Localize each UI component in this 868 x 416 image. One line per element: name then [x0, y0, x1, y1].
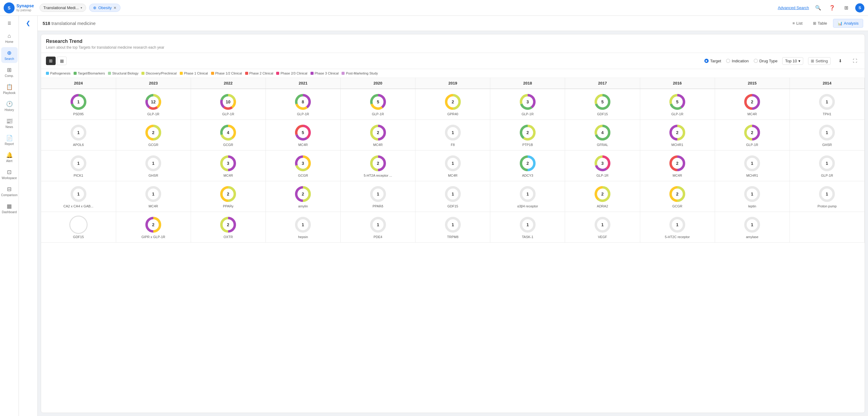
table-cell: 1APOL6 — [41, 120, 116, 151]
donut-wrap[interactable]: 1GHSR — [792, 124, 862, 147]
donut-wrap[interactable]: 5GLP-1R — [643, 93, 712, 116]
donut-wrap[interactable]: 1GDF15 — [418, 185, 488, 208]
donut-wrap[interactable]: 2PPARγ — [193, 185, 263, 208]
donut-wrap[interactable]: 2OXTR — [193, 216, 263, 239]
search-pill[interactable]: Translational Medi... ▾ — [39, 4, 86, 12]
donut-wrap[interactable]: 1α3β4 receptor — [493, 185, 562, 208]
sidebar-item-search[interactable]: ⊕ Search — [1, 47, 18, 63]
menu-toggle-icon[interactable]: ☰ — [5, 18, 14, 28]
donut-wrap[interactable]: 1GLP-1R — [792, 154, 862, 177]
sidebar-item-playbook[interactable]: 📋 Playbook — [1, 81, 18, 97]
table-cell: 1VEGF — [565, 212, 640, 243]
radio-indication[interactable]: Indication — [726, 59, 749, 63]
sidebar-item-news[interactable]: 📰 News — [1, 115, 18, 131]
donut-label: PSD95 — [73, 112, 84, 116]
donut-wrap[interactable]: 1PDE4 — [343, 216, 413, 239]
top-select[interactable]: Top 10 ▾ — [782, 57, 803, 65]
donut-wrap[interactable]: 2GCGR — [119, 124, 188, 147]
donut-wrap[interactable]: 3GLP-1R — [493, 93, 562, 116]
donut-wrap[interactable]: 1VEGF — [567, 216, 637, 239]
sidebar-item-dashboard[interactable]: ▦ Dashboard — [1, 200, 18, 216]
donut-wrap[interactable]: 2MCHR1 — [643, 124, 712, 147]
donut-label: 5-HT2A receptor ... — [364, 173, 392, 177]
donut-wrap[interactable]: 15-HT2C receptor — [643, 216, 712, 239]
table-cell: 25-HT2A receptor ... — [341, 151, 415, 181]
donut-wrap[interactable]: 1PSD95 — [43, 93, 114, 116]
donut-wrap[interactable]: 10GLP-1R — [193, 93, 263, 116]
donut-wrap[interactable]: 2GCGR — [643, 185, 712, 208]
sidebar-item-home[interactable]: ⌂ Home — [1, 30, 18, 46]
donut-wrap[interactable]: 3MC4R — [193, 154, 263, 177]
setting-btn[interactable]: ⊞ Setting — [808, 57, 831, 65]
donut-wrap[interactable]: 1GHSR — [119, 154, 188, 177]
donut-wrap[interactable]: 1TRPM8 — [418, 216, 488, 239]
avatar[interactable]: S — [855, 3, 864, 12]
donut-label: MCHR1 — [672, 143, 683, 147]
sidebar-item-comparison[interactable]: ⊟ Comparison — [1, 183, 18, 199]
donut-wrap[interactable]: 2GPR40 — [418, 93, 488, 116]
donut-wrap[interactable]: 5MC4R — [268, 124, 338, 147]
help-icon[interactable]: ❓ — [827, 3, 837, 13]
donut-chart: 4 — [593, 124, 612, 142]
donut-wrap[interactable]: 1F8 — [418, 124, 488, 147]
sidebar-item-report[interactable]: 📄 Report — [1, 132, 18, 148]
donut-wrap[interactable]: 12GLP-1R — [119, 93, 188, 116]
donut-wrap[interactable]: 1amylase — [717, 216, 787, 239]
donut-wrap[interactable]: 8GLP-1R — [268, 93, 338, 116]
donut-wrap[interactable]: 3GCGR — [268, 154, 338, 177]
fullscreen-icon[interactable]: ⛶ — [850, 56, 860, 66]
donut-wrap[interactable]: 4GCGR — [193, 124, 263, 147]
radio-drug-type[interactable]: Drug Type — [754, 59, 778, 63]
donut-wrap[interactable]: 4GFRAL — [567, 124, 637, 147]
donut-wrap[interactable]: 2amylin — [268, 185, 338, 208]
donut-wrap[interactable]: 1PICK1 — [43, 154, 114, 177]
sidebar-item-alert[interactable]: 🔔 Alert — [1, 149, 18, 165]
donut-wrap[interactable]: 25-HT2A receptor ... — [343, 154, 413, 177]
donut-wrap[interactable]: 1MC4R — [418, 154, 488, 177]
donut-wrap[interactable]: 1Proton pump — [792, 185, 862, 208]
close-icon[interactable]: ✕ — [114, 6, 117, 10]
sidebar-item-label: Workspace — [2, 177, 17, 180]
advanced-search-link[interactable]: Advanced Search — [778, 5, 809, 10]
apps-icon[interactable]: ⊞ — [841, 3, 851, 13]
table-cell: 1PPARδ — [341, 181, 415, 212]
donut-wrap[interactable]: GDF15 — [43, 216, 114, 239]
donut-wrap[interactable]: 1TASK-1 — [493, 216, 562, 239]
tab-analysis[interactable]: 📊 Analysis — [833, 19, 863, 28]
table-cell: 1amylase — [715, 212, 789, 243]
grid-container[interactable]: 2024202320222021202020192018201720162015… — [41, 78, 865, 413]
donut-wrap[interactable]: 1CA2 x CA4 x GAB... — [43, 185, 114, 208]
column-header: 2015 — [715, 78, 789, 89]
table-cell: 1TASK-1 — [490, 212, 565, 243]
donut-wrap[interactable]: 1PPARδ — [343, 185, 413, 208]
donut-wrap[interactable]: 1MCHR1 — [717, 154, 787, 177]
sidebar-item-workspace[interactable]: ⊡ Workspace — [1, 166, 18, 182]
donut-wrap[interactable]: 2ADRA2 — [567, 185, 637, 208]
donut-wrap[interactable]: 1APOL6 — [43, 124, 114, 147]
viz-scatter-btn[interactable]: ⊞ — [46, 57, 56, 65]
donut-wrap[interactable]: 2MC4R — [717, 93, 787, 116]
tab-list[interactable]: ≡ List — [788, 19, 807, 28]
search-icon[interactable]: 🔍 — [813, 3, 823, 13]
donut-wrap[interactable]: 2ADCY3 — [493, 154, 562, 177]
tab-table[interactable]: ⊞ Table — [808, 19, 832, 28]
donut-wrap[interactable]: 2GIPR x GLP-1R — [119, 216, 188, 239]
obesity-tag[interactable]: ⊕ Obesity ✕ — [89, 4, 120, 12]
donut-wrap[interactable]: 1hepsin — [268, 216, 338, 239]
collapse-sidebar-btn[interactable]: ❮ — [23, 18, 33, 28]
donut-wrap[interactable]: 2GLP-1R — [717, 124, 787, 147]
donut-wrap[interactable]: 2MC4R — [643, 154, 712, 177]
donut-wrap[interactable]: 2PTP1B — [493, 124, 562, 147]
donut-wrap[interactable]: 1leptin — [717, 185, 787, 208]
donut-wrap[interactable]: 5GLP-1R — [343, 93, 413, 116]
donut-wrap[interactable]: 1TPH1 — [792, 93, 862, 116]
donut-wrap[interactable]: 5GDF15 — [567, 93, 637, 116]
sidebar-item-history[interactable]: 🕐 History — [1, 98, 18, 114]
viz-grid-btn[interactable]: ▦ — [57, 57, 67, 65]
donut-wrap[interactable]: 2MC4R — [343, 124, 413, 147]
donut-wrap[interactable]: 1MC4R — [119, 185, 188, 208]
radio-target[interactable]: Target — [704, 59, 721, 63]
donut-wrap[interactable]: 3GLP-1R — [567, 154, 637, 177]
sidebar-item-comp[interactable]: ⊞ Comp. — [1, 64, 18, 80]
download-icon[interactable]: ⬇ — [835, 56, 845, 66]
